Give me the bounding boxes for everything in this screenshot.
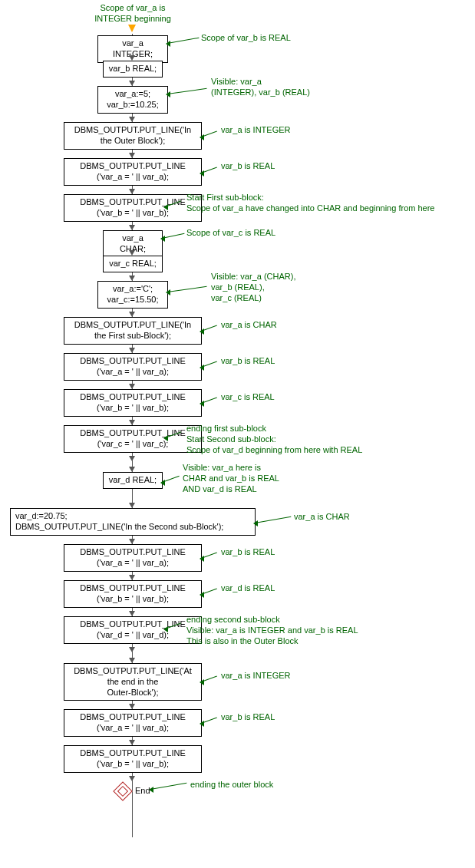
edge-head [129,575,135,580]
annotation-visible-1: Visible: var_a (INTEGER), var_b (REAL) [211,77,310,98]
annotation-var-a-char-2: var_a is CHAR [294,512,350,523]
annotation-start-first-sub: Start First sub-block: Scope of var_a ha… [186,193,435,214]
anno-arrow [166,289,170,295]
edge-head [129,420,135,425]
anno-line [167,286,207,292]
edge-head [129,250,135,256]
anno-arrow [200,721,204,727]
node-put-end-outer: DBMS_OUTPUT.PUT_LINE('At the end in the … [64,663,202,701]
edge-head [129,189,135,194]
end-node [113,781,133,801]
arrow-orange-down [128,25,136,32]
anno-arrow [200,170,204,177]
anno-arrow [163,435,168,441]
edge-head [129,647,135,652]
node-put-var-b-1: DBMS_OUTPUT.PUT_LINE ('var_b = ' || var_… [64,194,202,222]
edge-head [129,348,135,353]
node-put-first-sub: DBMS_OUTPUT.PUT_LINE('In the First sub-B… [64,317,202,345]
annotation-var-b-real-1: var_b is REAL [221,161,275,172]
flowchart-container: Scope of var_a is INTEGER beginning var_… [0,8,475,860]
node-assign-3: var_d:=20.75; DBMS_OUTPUT.PUT_LINE('In t… [10,508,256,536]
edge-head [129,503,135,508]
edge-head [129,740,135,745]
edge-head [129,611,135,616]
anno-arrow [166,41,170,47]
anno-arrow [200,134,204,140]
node-put-var-b-4: DBMS_OUTPUT.PUT_LINE ('var_b = ' || var_… [64,745,202,773]
edge-head [129,384,135,389]
anno-arrow [163,204,168,210]
edge-head [129,225,135,230]
anno-line [162,233,185,239]
anno-arrow [200,556,204,562]
annotation-var-c-real: var_c is REAL [221,392,275,403]
annotation-top: Scope of var_a is INTEGER beginning [83,3,183,25]
anno-arrow [160,480,165,486]
anno-arrow [160,236,165,242]
node-var-d-real: var_d REAL; [103,472,163,489]
edge-head [129,539,135,544]
edge-head [129,153,135,158]
annotation-var-b-real-2: var_b is REAL [221,356,275,367]
annotation-var-a-char-1: var_a is CHAR [221,320,277,331]
anno-line [150,783,186,790]
annotation-ending-outer: ending the outer block [190,780,273,790]
node-put-var-a-3: DBMS_OUTPUT.PUT_LINE ('var_a = ' || var_… [64,544,202,572]
node-assign-1: var_a:=5; var_b:=10.25; [97,86,168,114]
annotation-var-a-int-1: var_a is INTEGER [221,125,290,136]
anno-arrow [163,626,168,632]
edge-head [129,467,135,472]
edge-head [129,117,135,122]
node-put-var-b-3: DBMS_OUTPUT.PUT_LINE ('var_b = ' || var_… [64,580,202,608]
node-put-var-b-2: DBMS_OUTPUT.PUT_LINE ('var_b = ' || var_… [64,389,202,417]
node-assign-2: var_a:='C'; var_c:=15.50; [97,281,168,309]
node-var-b-real: var_b REAL; [103,61,163,78]
node-put-var-a-1: DBMS_OUTPUT.PUT_LINE ('var_a = ' || var_… [64,158,202,186]
node-put-var-c: DBMS_OUTPUT.PUT_LINE ('var_c = ' || var_… [64,425,202,453]
annotation-scope-var-b: Scope of var_b is REAL [201,33,291,44]
annotation-var-d-real: var_d is REAL [221,583,275,594]
anno-arrow [166,91,170,97]
edge-head [129,276,135,281]
edge-head [129,704,135,709]
annotation-var-a-int-2: var_a is INTEGER [221,671,290,682]
anno-arrow [200,592,204,598]
anno-arrow [200,328,204,335]
anno-line [167,88,207,94]
annotation-var-b-real-4: var_b is REAL [221,712,275,723]
edge-head [129,55,135,61]
edge-head [129,81,135,86]
end-label: End [135,786,150,795]
anno-arrow [149,787,153,793]
node-put-var-a-4: DBMS_OUTPUT.PUT_LINE ('var_a = ' || var_… [64,709,202,737]
anno-arrow [200,365,204,371]
node-var-c-real: var_c REAL; [103,256,163,272]
node-put-var-d: DBMS_OUTPUT.PUT_LINE ('var_d = ' || var_… [64,616,202,644]
edge-head [129,312,135,317]
annotation-visible-3: Visible: var_a here is CHAR and var_b is… [183,463,279,494]
annotation-var-b-real-3: var_b is REAL [221,547,275,558]
anno-arrow [253,520,258,526]
annotation-visible-2: Visible: var_a (CHAR), var_b (REAL), var… [211,272,295,303]
anno-line [255,517,291,523]
anno-arrow [200,401,204,407]
edge-head [129,776,135,781]
node-put-outer-block: DBMS_OUTPUT.PUT_LINE('In the Outer Block… [64,122,202,150]
annotation-scope-var-c: Scope of var_c is REAL [186,228,275,239]
edge-head [129,456,135,461]
node-put-var-a-2: DBMS_OUTPUT.PUT_LINE ('var_a = ' || var_… [64,353,202,381]
edge-head [129,658,135,663]
annotation-ending-first-sub: ending first sub-block Start Second sub-… [186,424,362,455]
anno-line [167,38,200,44]
anno-arrow [200,679,204,685]
annotation-ending-second-sub: ending second sub-block Visible: var_a i… [186,615,358,646]
